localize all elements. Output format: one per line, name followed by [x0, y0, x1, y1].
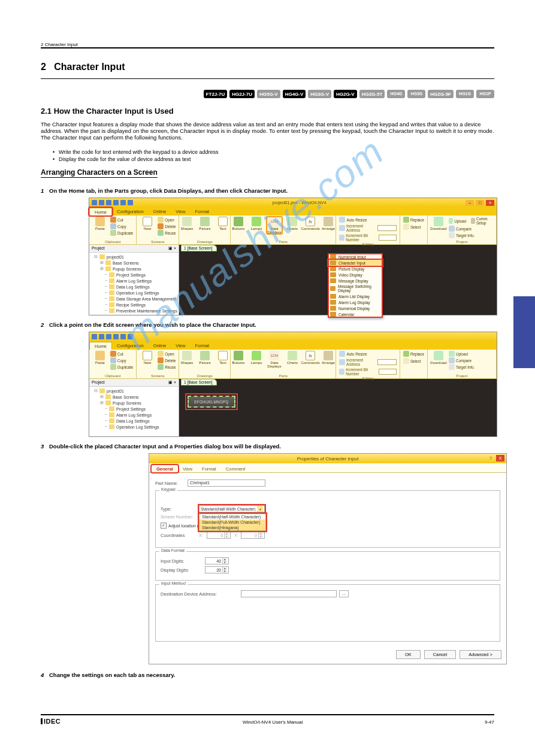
dropdown-item[interactable]: Alarm Log Display [328, 299, 382, 305]
dropdown-item[interactable]: Numerical Input [328, 254, 382, 260]
tab-format[interactable]: Format [190, 208, 214, 215]
character-input-placed[interactable]: EFGHIJKLMNOPQ [188, 396, 235, 408]
target-info-button[interactable]: Target Info. [449, 232, 493, 238]
help-icon[interactable]: ? [487, 455, 494, 462]
reuse-screen-button[interactable]: Reuse [158, 230, 176, 236]
combo-option[interactable]: Standard(Full-Width Character) [200, 520, 265, 525]
tab-home[interactable]: Home [89, 208, 112, 215]
tab-general[interactable]: General [152, 465, 178, 472]
dest-device-input[interactable] [241, 590, 337, 597]
tree-node[interactable]: ⊟project01 [90, 254, 177, 260]
auto-resize-check[interactable]: Auto Resize [339, 217, 367, 223]
combo-option[interactable]: Standard(Hiragana) [200, 525, 265, 530]
tree-node[interactable]: ┈Data Log Settings [90, 418, 177, 424]
tree-node[interactable]: ┈Operation Log Settings [90, 424, 177, 430]
copy-button[interactable]: Copy [110, 223, 133, 229]
tree-node[interactable]: ┈Operation Log Settings [90, 290, 177, 296]
dropdown-item[interactable]: Calendar [328, 311, 382, 317]
compare-button[interactable]: Compare [449, 226, 493, 232]
input-digits-input[interactable]: 40▴▾ [205, 557, 229, 564]
increment-bit-field[interactable]: Increment Bit Number [339, 233, 396, 242]
replace-button[interactable]: Replace [403, 217, 424, 223]
open-screen-button[interactable]: Open [158, 217, 176, 223]
tree-node[interactable]: ┈Recipe Settings [90, 302, 177, 308]
tree-node[interactable]: ┈Project Settings [90, 272, 177, 278]
ribbon-tabs: Home Configuration Online View Format [89, 207, 497, 215]
data-displays-button[interactable]: 1234Data Displays [267, 217, 282, 234]
maximize-icon[interactable]: □ [476, 200, 484, 206]
select-button[interactable]: Select [403, 224, 421, 230]
screens-small-buttons: Open Delete Reuse [158, 217, 176, 236]
text-button[interactable]: Text [215, 217, 231, 230]
upload-button[interactable]: Upload Comm. Setup [449, 217, 493, 225]
tab-configuration[interactable]: Configuration [112, 208, 149, 215]
step-2: 2Click a point on the Edit screen where … [41, 321, 494, 328]
tab-view[interactable]: View [171, 208, 190, 215]
edit-canvas-2[interactable]: 1 [Base Screen] EFGHIJKLMNOPQ [179, 379, 497, 436]
tree-node[interactable]: ⊞Base Screens [90, 260, 177, 266]
coord-y-input[interactable]: 0▴▾ [241, 532, 265, 539]
advanced-button[interactable]: Advanced > [460, 650, 501, 659]
data-displays-dropdown[interactable]: Numerical InputCharacter InputPicture Di… [328, 253, 383, 318]
divider-under-title [41, 78, 494, 79]
minimize-icon[interactable]: – [466, 200, 474, 206]
browse-button[interactable]: ... [339, 590, 349, 597]
coord-x-input[interactable]: 0▴▾ [207, 532, 231, 539]
display-digits-input[interactable]: 20▴▾ [205, 566, 229, 573]
dropdown-item[interactable]: Character Input [328, 260, 382, 266]
new-screen-button[interactable]: New [140, 217, 155, 230]
dropdown-item[interactable]: Video Display [328, 272, 382, 278]
duplicate-button[interactable]: Duplicate [110, 230, 133, 236]
tab-view[interactable]: View [178, 465, 197, 472]
tree-node[interactable]: ⊟project01 [90, 388, 177, 394]
ok-button[interactable]: OK [396, 650, 421, 659]
chevron-down-icon[interactable]: ▾ [257, 506, 263, 512]
model-badge: HG2J-7U [229, 90, 255, 98]
adjust-check[interactable]: ✓ [161, 523, 167, 529]
page-header: 2 Character Input [41, 42, 494, 47]
edit-canvas[interactable]: 1 [Base Screen] Numerical InputCharacter… [179, 245, 497, 315]
paste-button[interactable]: Paste [92, 217, 108, 230]
download-button[interactable]: Download [431, 217, 446, 230]
tab-home-2[interactable]: Home [89, 342, 112, 350]
cut-button[interactable]: Cut [110, 217, 133, 223]
tree-node[interactable]: ┈Project Settings [90, 406, 177, 412]
tree-node[interactable]: ┈Alarm Log Settings [90, 412, 177, 418]
tree-node[interactable]: ⊞Base Screens [90, 394, 177, 400]
tree-node[interactable]: ┈Alarm Log Settings [90, 278, 177, 284]
dropdown-item[interactable]: Picture Display [328, 266, 382, 272]
screen-tab[interactable]: 1 [Base Screen] [181, 245, 217, 251]
tree-node[interactable]: ┈Preventive Maintenance Settings [90, 308, 177, 314]
tree-node[interactable]: ⊞Popup Screens [90, 400, 177, 406]
tree-node[interactable]: ┈Data Storage Area Management [90, 296, 177, 302]
dropdown-item[interactable]: Alarm List Display [328, 293, 382, 299]
close-icon[interactable]: × [486, 200, 494, 206]
shapes-button[interactable]: Shapes [179, 217, 195, 230]
tab-comment[interactable]: Comment [221, 465, 250, 472]
chapter-side-tab [513, 296, 535, 368]
tree-node[interactable]: ┈Data Log Settings [90, 284, 177, 290]
close-icon[interactable]: X [496, 455, 504, 462]
titlebar: project01.pn4 - WindO/I-NV4 – □ × [89, 198, 497, 207]
dropdown-item[interactable]: Numerical Display [328, 305, 382, 311]
charts-button[interactable]: Charts [285, 217, 300, 230]
tree-node[interactable]: ⊞Popup Screens [90, 266, 177, 272]
dropdown-item[interactable]: Message Switching Display [328, 284, 382, 293]
type-combo-popup[interactable]: Standard(Half-Width Character)Standard(F… [199, 514, 266, 531]
picture-button[interactable]: Picture [197, 217, 213, 230]
lamps-button[interactable]: Lamps [249, 217, 264, 230]
commands-button[interactable]: fxCommands [303, 217, 318, 230]
dropdown-item[interactable]: Message Display [328, 278, 382, 284]
type-combo[interactable]: Standard(Half-Width Character)▾ [199, 505, 265, 512]
buttons-button[interactable]: Buttons [231, 217, 246, 230]
tab-format-prop[interactable]: Format [197, 465, 221, 472]
delete-screen-button[interactable]: Delete [158, 223, 176, 229]
tab-online[interactable]: Online [149, 208, 171, 215]
increment-address-field[interactable]: Increment Address [339, 224, 396, 232]
part-name-input[interactable]: ChrInput1 [188, 479, 265, 487]
group-screens: New Open Delete Reuse Screens [137, 215, 179, 244]
combo-option[interactable]: Standard(Half-Width Character) [200, 514, 265, 520]
arrange-button[interactable]: Arrange [321, 217, 336, 230]
cancel-button[interactable]: Cancel [424, 650, 456, 659]
dialog-footer: OK Cancel Advanced > [149, 648, 506, 664]
